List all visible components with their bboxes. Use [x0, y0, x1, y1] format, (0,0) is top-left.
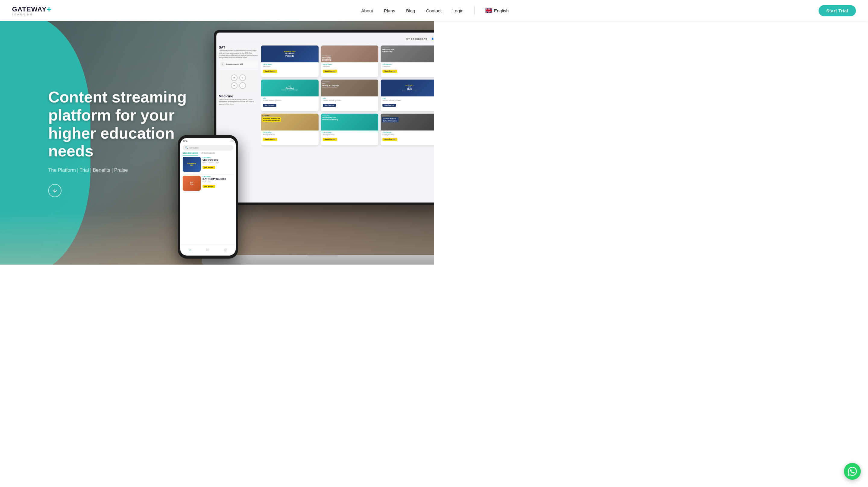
phone-home-icon[interactable]: ⌂ — [189, 248, 191, 252]
course-grid-area: Building Your AcademicPortfolio GATEWAY+… — [261, 45, 434, 200]
phone-course-meta-university: ISAT • 4 months • 80hr — [203, 162, 233, 164]
course-card-med-portfolio: GATEWAY+ Building a MedicineAcademic Por… — [261, 114, 318, 145]
hero-section: Content streaming platform for your high… — [0, 21, 434, 265]
scroll-down-button[interactable] — [48, 184, 61, 197]
laptop-base — [202, 255, 434, 265]
chevron-down-icon — [52, 188, 58, 194]
phone-course-info-isat: GATEWAY+ ISAT Test Preparation FCM-1210 … — [203, 176, 233, 188]
logo-subtext: LEARNING — [12, 13, 33, 16]
phone-status-icons: ▪▪▪ — [230, 140, 233, 142]
laptop-screen-outer: MY DASHBOARD 👤 SAT This series provides … — [214, 30, 434, 205]
laptop-screen-inner: MY DASHBOARD 👤 SAT This series provides … — [216, 33, 434, 203]
phone-profile-icon[interactable]: ◎ — [224, 248, 227, 252]
subtitle-praise[interactable]: Praise — [114, 168, 128, 173]
nav-plans[interactable]: Plans — [384, 8, 396, 13]
phone-course-meta-isat: FCM-1210 — [203, 181, 233, 183]
sat-diagram: B C R C — [219, 71, 258, 91]
course-card-sat-writing: GATEWAY+ SATWriting & Language Includes … — [321, 80, 378, 111]
nav-about[interactable]: About — [361, 8, 373, 13]
subtitle-benefits[interactable]: Benefits — [93, 168, 110, 173]
subtitle-sep3: | — [112, 168, 114, 173]
logo: GATEWAY + LEARNING — [12, 5, 52, 16]
course-row-1: Building Your AcademicPortfolio GATEWAY+… — [261, 45, 434, 77]
phone-bottom-nav: ⌂ ⊞ ◎ — [180, 244, 236, 255]
medicine-description: Learn how to compile a strong medical sc… — [219, 98, 258, 105]
course-card-branding: Develop your PersonalBranding GATEWAY+ A… — [321, 45, 378, 77]
course-card-sat-reading: SAT Reading Includes Practice Passages S… — [261, 80, 318, 111]
course-card-med-branding: GATEWAY+ Developing YourPersonal Brandin… — [321, 114, 378, 145]
nav-contact[interactable]: Contact — [426, 8, 434, 13]
sat-description: This series provides a comprehensive rev… — [219, 50, 258, 59]
logo-text: GATEWAY — [12, 6, 47, 13]
phone-search-nav-icon[interactable]: ⊞ — [206, 248, 209, 252]
hero-title: Content streaming platform for your high… — [48, 88, 205, 160]
subtitle-platform[interactable]: The Platform — [48, 168, 76, 173]
sat-section-label: SAT — [219, 45, 258, 49]
site-header: GATEWAY + LEARNING About Plans Blog Cont… — [0, 0, 434, 21]
course-card-school-selection: GATEWAY+ Medical SchoolSchool Selection — [381, 114, 434, 145]
laptop-hinge — [307, 255, 338, 256]
user-avatar: 👤 — [430, 36, 434, 41]
subtitle-trial[interactable]: Trial — [80, 168, 89, 173]
subtitle-sep2: | — [90, 168, 93, 173]
sat-intro-item: I Introduction to SAT — [219, 61, 258, 67]
main-nav: About Plans Blog Contact Login English — [361, 6, 434, 15]
hero-content: Content streaming platform for your high… — [48, 88, 205, 197]
nav-blog[interactable]: Blog — [406, 8, 415, 13]
hero-subtitle: The Platform | Trial | Benefits | Praise — [48, 168, 205, 173]
medicine-section-label: Medicine — [219, 94, 258, 98]
course-row-2: SAT Reading Includes Practice Passages S… — [261, 80, 434, 111]
course-card-scholarship: GATEWAY+ Selecting yourScholarship GATEW… — [381, 45, 434, 77]
logo-plus-icon: + — [47, 5, 52, 13]
course-card-portfolio: Building Your AcademicPortfolio GATEWAY+… — [261, 45, 318, 77]
phone-course-info-university: GATEWAY+ University 101 ISAT • 4 months … — [203, 157, 233, 169]
phone-course-name-isat: ISAT Test Preparation — [203, 178, 233, 180]
course-card-sat-math: GATEWAY+ SAT Math Includes Practice Ques… — [381, 80, 434, 111]
phone-course-name-university: University 101 — [203, 158, 233, 161]
course-row-3: GATEWAY+ Building a MedicineAcademic Por… — [261, 114, 434, 145]
dashboard-label: MY DASHBOARD — [406, 38, 427, 40]
